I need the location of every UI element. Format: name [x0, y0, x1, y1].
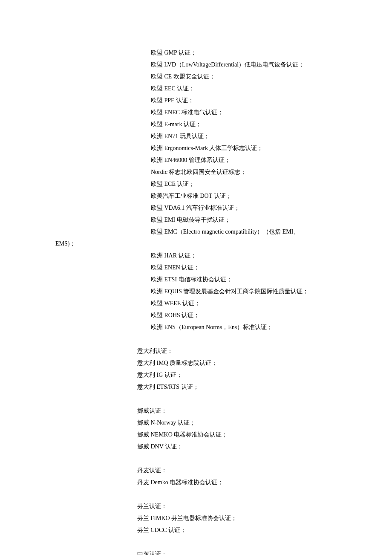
text-line: 挪威 N-Norway 认证；	[55, 417, 337, 429]
text-line: 丹麦 Demko 电器标准协会认证；	[55, 477, 337, 489]
text-line: 欧洲 HAR 认证；	[55, 250, 337, 262]
text-line: 芬兰 FIMKO 芬兰电器标准协会认证；	[55, 512, 337, 524]
text-line: EMS)；	[55, 238, 337, 250]
text-line: 欧盟 ROHS 认证；	[55, 309, 337, 321]
text-line: 芬兰认证：	[55, 500, 337, 512]
text-line: 芬兰 CDCC 认证；	[55, 524, 337, 536]
text-line: 中东认证：	[55, 548, 337, 555]
text-line: 欧洲 ETSI 电信标准协会认证；	[55, 274, 337, 286]
text-line: 欧盟 GMP 认证；	[55, 47, 337, 59]
text-line: 欧盟 EMC（Electro magnetic compatibility）（包…	[55, 226, 337, 238]
text-line: 欧洲 EN46000 管理体系认证；	[55, 154, 337, 166]
text-line: 挪威 DNV 认证；	[55, 441, 337, 453]
text-line: 欧盟 ENEC 标准电气认证；	[55, 107, 337, 119]
text-line: 意大利认证：	[55, 345, 337, 357]
text-line: 欧洲 EQUIS 管理发展基金会针对工商学院国际性质量认证；	[55, 286, 337, 298]
text-line: 欧盟 LVD（LowVoltageDifferential）低电压电气设备认证；	[55, 59, 337, 71]
blank-line	[55, 393, 337, 405]
text-line: 欧洲 ENS（European Norms，Ens）标准认证；	[55, 321, 337, 333]
blank-line	[55, 536, 337, 548]
text-line: 意大利 ETS/RTS 认证；	[55, 381, 337, 393]
text-line: 欧盟 E-mark 认证；	[55, 119, 337, 130]
text-line: 欧盟 PPE 认证；	[55, 95, 337, 107]
text-line: 意大利 IG 认证；	[55, 369, 337, 381]
text-line: 欧盟 CE 欧盟安全认证；	[55, 71, 337, 83]
text-line: 欧洲 EN71 玩具认证；	[55, 130, 337, 142]
text-line: 欧美汽车工业标准 DOT 认证；	[55, 190, 337, 202]
blank-line	[55, 453, 337, 465]
text-line: 挪威 NEMKO 电器标准协会认证；	[55, 429, 337, 441]
text-line: 欧盟 EEC 认证；	[55, 83, 337, 95]
text-line: 欧盟 ECE 认证；	[55, 178, 337, 190]
text-line: 欧洲 Ergonomics-Mark 人体工学标志认证；	[55, 142, 337, 154]
text-line: 丹麦认证：	[55, 465, 337, 477]
text-line: 欧盟 ENEN 认证；	[55, 262, 337, 274]
text-line: 意大利 IMQ 质量标志院认证；	[55, 357, 337, 369]
text-line: 欧盟 WEEE 认证；	[55, 298, 337, 309]
text-line: 欧盟 EMI 电磁传导干扰认证；	[55, 214, 337, 226]
text-line: 欧盟 VDA6.1 汽车行业标准认证；	[55, 202, 337, 214]
text-line: Nordic 标志北欧四国安全认证标志；	[55, 166, 337, 178]
blank-line	[55, 333, 337, 345]
blank-line	[55, 489, 337, 500]
document-page: 欧盟 GMP 认证；欧盟 LVD（LowVoltageDifferential）…	[0, 0, 392, 555]
text-line: 挪威认证：	[55, 405, 337, 417]
